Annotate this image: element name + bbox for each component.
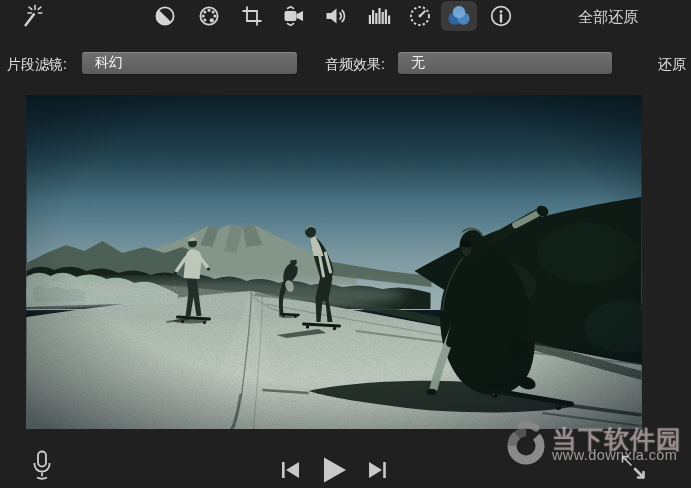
color-correction-palette-icon[interactable] xyxy=(195,2,223,30)
play-button[interactable] xyxy=(322,457,348,483)
noise-reduction-equalizer-icon[interactable] xyxy=(365,2,393,30)
clip-filter-popup[interactable]: 科幻 xyxy=(82,52,297,74)
video-preview xyxy=(26,95,642,429)
skip-to-end-button[interactable] xyxy=(367,461,387,479)
downxia-logo xyxy=(501,419,551,473)
video-frame-scene xyxy=(26,95,642,429)
stabilization-camera-icon[interactable] xyxy=(280,2,308,30)
expand-resize-icon[interactable] xyxy=(618,452,648,486)
enhance-magic-wand-icon[interactable] xyxy=(17,2,45,30)
audio-effect-label: 音频效果: xyxy=(325,56,385,74)
speed-gauge-icon[interactable] xyxy=(406,2,434,30)
reset-button[interactable]: 还原 xyxy=(658,56,686,74)
voiceover-microphone-button[interactable] xyxy=(30,450,54,482)
crop-icon[interactable] xyxy=(238,2,266,30)
skip-to-start-button[interactable] xyxy=(281,461,301,479)
volume-speaker-icon[interactable] xyxy=(322,2,350,30)
clip-filter-label: 片段滤镜: xyxy=(7,56,67,74)
clip-filter-icon[interactable] xyxy=(445,2,473,30)
imovie-adjust-window: 全部还原 片段滤镜: 科幻 音频效果: 无 还原 xyxy=(0,0,691,488)
restore-all-button[interactable]: 全部还原 xyxy=(578,8,638,27)
audio-effect-popup[interactable]: 无 xyxy=(398,52,612,74)
clip-info-icon[interactable] xyxy=(487,2,515,30)
watermark-site-url: www.downxia.com xyxy=(552,447,677,463)
color-balance-icon[interactable] xyxy=(151,2,179,30)
